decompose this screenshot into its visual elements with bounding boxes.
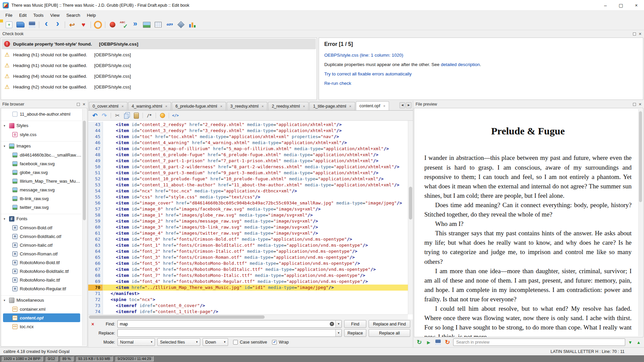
code-line[interactable]: 62 <item id="font_0" href="fonts/Crimson… bbox=[88, 236, 408, 242]
editor-vertical-scrollbar[interactable] bbox=[408, 121, 413, 314]
scroll-tabs-left-icon[interactable]: ◀ bbox=[399, 102, 405, 108]
close-panel-icon[interactable]: ✕ bbox=[639, 32, 642, 36]
code-line[interactable]: 69 <item id="font_4" href="fonts/RobotoM… bbox=[88, 279, 408, 285]
remove-unused-css-icon[interactable] bbox=[175, 20, 186, 30]
code-line[interactable]: 47 <item id="content_5_map-of-illirium" … bbox=[88, 146, 408, 152]
file-Illirium_Map_There_was_Music.jpg[interactable]: Illirium_Map_There_was_Music.jpg bbox=[1, 177, 82, 185]
menu-file[interactable]: File bbox=[2, 12, 16, 19]
close-tab-icon[interactable]: × bbox=[165, 104, 167, 108]
smarten-punctuation-icon[interactable] bbox=[164, 20, 175, 30]
replace-input[interactable] bbox=[118, 329, 335, 337]
file-11_about-the-author.xhtml[interactable]: 11_about-the-author.xhtml bbox=[1, 110, 82, 118]
file-globe_raw.svg[interactable]: globe_raw.svg bbox=[1, 168, 82, 177]
code-line[interactable]: 53 <item id="content_11_about-the-author… bbox=[88, 182, 408, 188]
code-line[interactable]: 46 <item id="content_4_warning" href="4_… bbox=[88, 140, 408, 146]
close-find-icon[interactable]: × bbox=[90, 322, 95, 326]
clear-find-icon[interactable]: × bbox=[330, 322, 334, 326]
find-next-icon[interactable]: ▼ bbox=[627, 340, 634, 345]
code-line[interactable]: 63 <item id="font_1" href="fonts/Crimson… bbox=[88, 242, 408, 248]
section-fonts[interactable]: ▾FFonts bbox=[1, 214, 82, 223]
code-editor[interactable]: 43 <item id="content_2_reedsy" href="2_r… bbox=[88, 121, 413, 319]
code-line[interactable]: 49 <item id="content_7_part-1-prison" hr… bbox=[88, 158, 408, 164]
code-line[interactable]: 57 <item id="image_0" href="images/faceb… bbox=[88, 206, 408, 212]
file-tb-link_raw.svg[interactable]: tb-link_raw.svg bbox=[1, 194, 82, 203]
redo-icon[interactable] bbox=[100, 111, 109, 120]
scrollbar-thumb[interactable] bbox=[89, 315, 265, 319]
find-input[interactable] bbox=[118, 320, 335, 327]
code-line[interactable]: 55 <item id="css" href="style.css" media… bbox=[88, 194, 408, 200]
code-line[interactable]: 74 <itemref idref="content_1_title-page"… bbox=[88, 309, 408, 314]
beautify-icon[interactable] bbox=[129, 20, 141, 30]
close-tab-icon[interactable]: × bbox=[220, 104, 222, 108]
insert-table-icon[interactable] bbox=[152, 20, 164, 30]
special-character-icon[interactable] bbox=[92, 20, 104, 30]
file-Crimson-Italic.otf[interactable]: aCrimson-Italic.otf bbox=[1, 241, 82, 249]
replace-all-button[interactable]: Replace all bbox=[369, 329, 410, 337]
new-file-icon[interactable] bbox=[3, 20, 15, 30]
file-facebook_raw.svg[interactable]: facebook_raw.svg bbox=[1, 159, 82, 168]
close-tab-icon[interactable]: × bbox=[349, 104, 351, 108]
file-style.css[interactable]: {}style.css bbox=[1, 130, 82, 139]
file-RobotoMono-BoldItalic.ttf[interactable]: aRobotoMono-BoldItalic.ttf bbox=[1, 267, 82, 276]
code-line[interactable]: 56 <item id="image_cover" href="d8461466… bbox=[88, 200, 408, 206]
section-miscellaneous[interactable]: ▾Miscellaneous bbox=[1, 295, 82, 305]
comment-icon[interactable] bbox=[145, 111, 154, 120]
tab-content.opf[interactable]: content.opf× bbox=[356, 101, 389, 110]
replace-button[interactable]: Replace bbox=[344, 329, 366, 337]
replace-history-dropdown-icon[interactable]: ▼ bbox=[335, 329, 341, 337]
code-line[interactable]: 44 <item id="content_3_reedsy" href="3_r… bbox=[88, 128, 408, 134]
save-preview-icon[interactable] bbox=[434, 338, 442, 346]
close-tab-icon[interactable]: × bbox=[121, 104, 123, 108]
goto-icon[interactable] bbox=[66, 20, 78, 30]
scrollbar-thumb[interactable] bbox=[83, 121, 86, 220]
fix-all-link[interactable]: Try to correct all fixable errors automa… bbox=[324, 71, 412, 76]
file-container.xml[interactable]: <>container.xml bbox=[1, 305, 82, 313]
rerun-check-link[interactable]: Re-run check bbox=[324, 81, 351, 86]
file-twitter_raw.svg[interactable]: twitter_raw.svg bbox=[1, 203, 82, 212]
check-item[interactable]: !Duplicate property 'font-style' found.[… bbox=[2, 39, 316, 49]
file-d84614660b3bc..._smallRaw.jpg[interactable]: d84614660b3bc..._smallRaw.jpg bbox=[1, 150, 82, 159]
mode-select[interactable]: Normal ▼ bbox=[117, 338, 155, 346]
find-button[interactable]: Find bbox=[344, 320, 366, 328]
menu-search[interactable]: Search bbox=[63, 12, 84, 19]
code-line[interactable]: 60 <item id="image_3" href="images/tb-li… bbox=[88, 224, 408, 230]
check-item[interactable]: ⚠Heading (h2) should not be qualified.[O… bbox=[2, 81, 316, 92]
replace-and-find-button[interactable]: Replace and Find bbox=[369, 320, 410, 328]
open-book-icon[interactable] bbox=[15, 20, 26, 30]
close-tab-icon[interactable]: × bbox=[383, 104, 385, 108]
float-panel-icon[interactable] bbox=[633, 103, 636, 106]
file-content.opf[interactable]: <>content.opf bbox=[3, 313, 80, 322]
code-line[interactable]: 65 <item id="font_3" href="fonts/Crimson… bbox=[88, 254, 408, 260]
detailed-description-link[interactable]: detailed description bbox=[441, 62, 480, 67]
run-preview-icon[interactable] bbox=[425, 338, 433, 346]
tab-6_prelude-fugue.xhtml[interactable]: 6_prelude-fugue.xhtml× bbox=[172, 102, 226, 110]
file-RobotoMono-Italic.ttf[interactable]: aRobotoMono-Italic.ttf bbox=[1, 276, 82, 284]
maximize-button[interactable]: ▢ bbox=[613, 0, 629, 10]
code-line[interactable]: 67 <item id="font_6" href="fonts/RobotoM… bbox=[88, 266, 408, 273]
search-scope-select[interactable]: Selected files ▼ bbox=[157, 338, 200, 346]
spell-check-icon[interactable] bbox=[118, 20, 129, 30]
cut-icon[interactable] bbox=[113, 111, 122, 120]
float-panel-icon[interactable] bbox=[633, 33, 636, 36]
code-line[interactable]: 72 <spine toc="ncx"> bbox=[88, 297, 408, 303]
check-item[interactable]: ⚠Heading (h4) should not be qualified.[O… bbox=[2, 71, 316, 81]
bulb-icon[interactable] bbox=[158, 111, 167, 120]
close-tab-icon[interactable]: × bbox=[262, 104, 264, 108]
wrap-checkbox[interactable]: Wrap bbox=[272, 340, 289, 345]
insert-image-icon[interactable] bbox=[141, 20, 152, 30]
preview-search-input[interactable] bbox=[453, 339, 625, 346]
menu-view[interactable]: View bbox=[47, 12, 63, 19]
code-line[interactable]: 45 <item id="toc" href="toc.xhtml" media… bbox=[88, 134, 408, 140]
file-toc.ncx[interactable]: <>toc.ncx bbox=[1, 322, 82, 331]
find-previous-icon[interactable]: ▲ bbox=[635, 340, 642, 345]
direction-select[interactable]: Down ▼ bbox=[203, 338, 228, 346]
case-sensitive-checkbox[interactable]: Case sensitive bbox=[233, 340, 267, 345]
copy-icon[interactable] bbox=[122, 111, 131, 120]
code-icon[interactable] bbox=[171, 111, 180, 120]
code-line[interactable]: 66 <item id="font_5" href="fonts/RobotoM… bbox=[88, 260, 408, 266]
code-line[interactable]: 54 <item id="ncx" href="toc.ncx" media-t… bbox=[88, 188, 408, 194]
code-line[interactable]: 64 <item id="font_2" href="fonts/Crimson… bbox=[88, 248, 408, 254]
code-line[interactable]: 43 <item id="content_2_reedsy" href="2_r… bbox=[88, 122, 408, 128]
code-line[interactable]: 71 </manifest> bbox=[88, 291, 408, 297]
menu-tools[interactable]: Tools bbox=[30, 12, 47, 19]
